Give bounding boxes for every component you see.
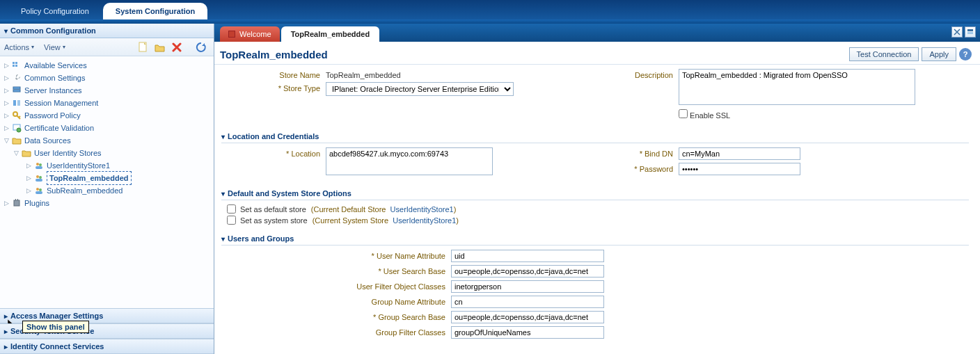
tree-user-identity-stores[interactable]: User Identity Stores [34, 147, 102, 159]
tree-common-settings[interactable]: Common Settings [24, 72, 85, 84]
folder-open-icon[interactable] [154, 41, 166, 54]
page-title: TopRealm_embedded [220, 49, 328, 61]
section-title: Default and System Store Options [228, 189, 351, 198]
tree-session-management[interactable]: Session Management [24, 97, 98, 109]
svg-point-11 [17, 128, 21, 132]
sidebar-toolbar: Actions▾ View▾ [0, 38, 214, 56]
enable-ssl-checkbox[interactable]: Enable SSL [679, 111, 730, 120]
svg-rect-5 [13, 87, 20, 89]
store-name-value: TopRealm_embedded [326, 69, 401, 79]
new-document-icon[interactable] [137, 41, 150, 54]
collapse-icon[interactable]: ▽ [1, 134, 11, 147]
tree-password-policy[interactable]: Password Policy [24, 109, 81, 122]
expand-icon[interactable]: ▷ [1, 59, 11, 72]
panel-title-label: Common Configuration [10, 26, 96, 35]
bind-dn-input[interactable] [679, 147, 800, 160]
tree-certificate-validation[interactable]: Certificate Validation [24, 122, 94, 134]
password-input[interactable] [679, 163, 800, 175]
folder-icon [21, 147, 32, 159]
tree-toprealm-embedded[interactable]: TopRealm_embedded [47, 171, 132, 185]
tree-user-identity-store-1[interactable]: UserIdentityStore1 [47, 159, 110, 172]
set-default-store-checkbox[interactable] [227, 204, 236, 214]
svg-rect-1 [13, 62, 15, 64]
chevron-down-icon: ▾ [221, 235, 225, 243]
group-filter-input[interactable] [451, 326, 604, 339]
panel-label: Identity Connect Services [10, 342, 104, 351]
svg-rect-24 [967, 29, 973, 31]
group-name-attr-input[interactable] [451, 296, 604, 308]
group-search-base-input[interactable] [451, 311, 604, 323]
store-type-select[interactable]: IPlanet: Oracle Directory Server Enterpr… [326, 82, 514, 96]
svg-rect-4 [15, 65, 17, 67]
location-label: Location [221, 147, 326, 158]
tab-list-icon[interactable] [965, 26, 976, 38]
view-menu[interactable]: View▾ [44, 43, 65, 51]
enable-ssl-label: Enable SSL [690, 111, 730, 120]
tab-system-configuration[interactable]: System Configuration [103, 3, 207, 19]
expand-icon[interactable]: ▷ [1, 109, 11, 122]
page-header: TopRealm_embedded Test Connection Apply … [214, 42, 980, 65]
svg-point-18 [36, 188, 39, 191]
section-users-groups[interactable]: ▾Users and Groups [221, 234, 969, 246]
help-icon[interactable]: ? [959, 48, 972, 61]
panel-common-configuration-header[interactable]: ▾ Common Configuration [0, 24, 214, 38]
tab-welcome[interactable]: Welcome [220, 26, 280, 42]
close-tab-icon[interactable] [951, 26, 963, 38]
tab-policy-configuration[interactable]: Policy Configuration [8, 3, 102, 19]
user-filter-input[interactable] [451, 280, 604, 293]
expand-icon[interactable]: ▷ [1, 122, 11, 134]
svg-rect-22 [15, 199, 16, 200]
user-search-base-input[interactable] [451, 265, 604, 277]
view-menu-label: View [44, 43, 61, 51]
tree-subrealm-embedded[interactable]: SubRealm_embedded [47, 184, 122, 197]
delete-icon[interactable] [171, 41, 183, 54]
tree-available-services[interactable]: Available Services [24, 59, 87, 72]
group-search-base-label: Group Search Base [347, 311, 451, 321]
svg-rect-25 [967, 32, 973, 34]
tooltip: Show this panel [22, 321, 89, 333]
chevron-right-icon: ▸ [4, 328, 8, 335]
certificate-icon [11, 122, 22, 134]
folder-icon [11, 135, 22, 146]
refresh-icon[interactable] [195, 41, 207, 54]
svg-rect-14 [35, 166, 42, 169]
svg-rect-20 [35, 191, 42, 194]
caret-down-icon: ▾ [63, 44, 65, 50]
svg-rect-3 [13, 65, 15, 67]
expand-icon[interactable]: ▷ [1, 197, 11, 209]
tree-data-sources[interactable]: Data Sources [24, 134, 71, 147]
panel-access-manager-settings[interactable]: ▸ Access Manager Settings Show this pane… [0, 308, 214, 323]
panel-identity-connect-services[interactable]: ▸ Identity Connect Services [0, 339, 214, 354]
form-body: Store Name TopRealm_embedded Store Type … [214, 65, 980, 354]
description-textarea[interactable]: TopRealm_embedded : Migrated from OpenSS… [679, 69, 915, 105]
services-icon [11, 60, 22, 71]
test-connection-button[interactable]: Test Connection [849, 47, 919, 61]
section-default-system-store[interactable]: ▾Default and System Store Options [221, 189, 969, 200]
chevron-down-icon: ▾ [4, 27, 8, 35]
system-store-value: UserIdentityStore1 [393, 216, 456, 225]
group-name-attr-label: Group Name Attribute [347, 296, 451, 306]
tab-toprealm-embedded[interactable]: TopRealm_embedded [281, 26, 380, 42]
apply-button[interactable]: Apply [922, 47, 956, 61]
expand-icon[interactable]: ▷ [24, 159, 33, 172]
expand-icon[interactable]: ▷ [24, 184, 33, 197]
expand-icon[interactable]: ▷ [1, 97, 11, 109]
actions-menu[interactable]: Actions▾ [4, 43, 34, 51]
top-tab-bar: Policy Configuration System Configuratio… [0, 0, 980, 19]
users-icon [33, 185, 45, 196]
collapse-icon[interactable]: ▽ [11, 147, 21, 159]
tree-plugins[interactable]: Plugins [24, 197, 49, 209]
sidebar: ▾ Common Configuration Actions▾ View▾ ▷A… [0, 24, 214, 354]
expand-icon[interactable]: ▷ [1, 72, 11, 84]
expand-icon[interactable]: ▷ [24, 172, 33, 184]
description-label: Description [595, 69, 679, 79]
location-textarea[interactable]: abcdef985427.uk.myco.com:69743 [326, 147, 493, 175]
expand-icon[interactable]: ▷ [1, 84, 11, 97]
user-name-attr-input[interactable] [451, 250, 604, 262]
svg-rect-6 [13, 90, 20, 92]
tree-server-instances[interactable]: Server Instances [24, 84, 82, 97]
actions-menu-label: Actions [4, 43, 29, 51]
set-system-store-checkbox[interactable] [227, 216, 236, 225]
section-location-credentials[interactable]: ▾Location and Credentials [221, 132, 969, 143]
store-name-label: Store Name [221, 69, 326, 79]
